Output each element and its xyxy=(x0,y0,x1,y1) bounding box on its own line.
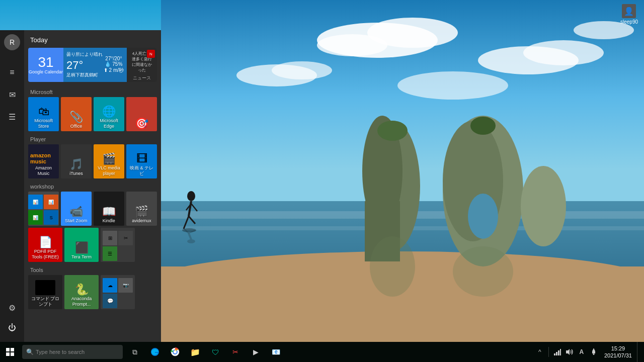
hamburger-symbol: ≡ xyxy=(10,68,14,77)
cmd-icon: ▶_ xyxy=(35,280,55,295)
tile-teraterm-label: Tera Term xyxy=(71,254,92,260)
multi2-3: ☰ xyxy=(103,246,117,261)
anaconda-icon: 🐍 xyxy=(75,284,89,295)
svg-point-7 xyxy=(272,61,332,79)
itunes-icon: 🎵 xyxy=(69,159,83,170)
security-icon: 🛡 xyxy=(212,348,219,356)
svg-point-22 xyxy=(377,121,408,141)
tile-edge[interactable]: 🌐 Microsoft Edge xyxy=(94,97,124,131)
chrome-taskbar[interactable] xyxy=(165,342,185,362)
tile-pdffill-label: PDFill PDF Tools (FREE) xyxy=(30,249,60,260)
calendar-tile[interactable]: 31 Google Calendar xyxy=(28,48,63,82)
taskview-icon: ⧉ xyxy=(132,348,137,356)
bell-svg-icon xyxy=(590,348,597,355)
explorer-taskbar[interactable]: 📁 xyxy=(185,342,205,362)
input-method-icon[interactable]: A xyxy=(576,342,587,362)
search-bar[interactable]: 🔍 Type here to search xyxy=(22,345,123,359)
svg-rect-47 xyxy=(558,350,559,355)
tile-kindle-label: Kindle xyxy=(103,218,115,224)
weather-condition: 曇り所により晴れ xyxy=(66,51,103,58)
edge-taskbar[interactable] xyxy=(145,342,165,362)
svg-point-3 xyxy=(317,34,387,56)
network-svg-icon xyxy=(554,348,561,355)
tile-microsoft-store[interactable]: 🛍 Microsoft Store xyxy=(28,97,59,131)
avidemux-icon: 🎬 xyxy=(135,206,148,217)
profile-button[interactable]: R xyxy=(4,34,20,50)
news-tile[interactable]: 4人死亡 友達多く急行に間違なかった ニュース N xyxy=(127,48,157,82)
taskbar-apps: ⧉ 📁 🛡 xyxy=(125,342,286,362)
svg-point-5 xyxy=(523,40,604,65)
svg-point-33 xyxy=(187,239,195,243)
svg-rect-50 xyxy=(593,348,594,349)
tile-itunes[interactable]: 🎵 iTunes xyxy=(61,144,92,178)
weather-high-low: 27°/20° xyxy=(104,56,124,61)
tile-teraterm[interactable]: ⬛ Tera Term xyxy=(64,228,99,262)
tile-tools-multi[interactable]: ⊞ ✂ ☰ xyxy=(101,228,135,262)
tile-zoom-label: Start Zoom xyxy=(65,218,88,224)
mini-tile-2: 📊 xyxy=(44,195,58,209)
mini-tile-3: 📊 xyxy=(28,210,43,225)
tile-vlc[interactable]: 🎬 VLC media player xyxy=(94,144,124,178)
svg-rect-39 xyxy=(6,352,10,356)
list-icon[interactable]: ☰ xyxy=(2,107,22,127)
app5-icon: ✂ xyxy=(232,348,238,356)
chevron-icon: ^ xyxy=(538,348,541,355)
tile-movies[interactable]: 🎞 映画 & テレビ xyxy=(126,144,157,178)
profile-initial: R xyxy=(10,38,15,46)
tile-amazon-music[interactable]: amazon music Amazon Music xyxy=(28,144,59,178)
tile-zoom[interactable]: 📹 Start Zoom xyxy=(61,192,92,226)
tile-workshop-multi[interactable]: 📊 📊 📊 S xyxy=(28,192,59,226)
amazon-icon: amazon music xyxy=(30,152,57,164)
chrome-logo-icon xyxy=(171,347,180,356)
power-icon[interactable]: ⏻ xyxy=(2,318,22,338)
security-taskbar[interactable]: 🛡 xyxy=(205,342,225,362)
app5-taskbar[interactable]: ✂ xyxy=(225,342,246,362)
email-icon[interactable]: ✉ xyxy=(2,84,22,105)
today-widget[interactable]: 31 Google Calendar 曇り所により晴れ 27° 足柄下郡真鶴町 … xyxy=(28,48,157,82)
taskbar: 🔍 Type here to search ⧉ xyxy=(0,342,644,362)
tile-tools-multi2[interactable]: ☁ 📷 💬 xyxy=(101,275,135,309)
settings-icon[interactable]: ⚙ xyxy=(2,298,22,318)
notifications-icon[interactable] xyxy=(588,342,599,362)
list-symbol: ☰ xyxy=(9,112,16,122)
network-icon[interactable] xyxy=(552,342,563,362)
tools-tiles-row: ▶_ コマンド プロンプト 🐍 Anaconda Prompt... ☁ 📷 💬 xyxy=(28,275,157,309)
taskview-button[interactable]: ⧉ xyxy=(125,342,145,362)
tile-cmdprompt[interactable]: ▶_ コマンド プロンプト xyxy=(28,275,62,309)
explorer-icon: 📁 xyxy=(190,347,200,357)
volume-icon[interactable] xyxy=(564,342,575,362)
tile-movies-label: 映画 & テレビ xyxy=(128,165,155,176)
tile-store-label: Microsoft Store xyxy=(30,118,57,129)
tile-office-label: Office xyxy=(70,124,82,129)
t3-3: 💬 xyxy=(103,294,117,308)
clock[interactable]: 15:29 2021/07/31 xyxy=(600,342,636,362)
tile-anaconda[interactable]: 🐍 Anaconda Prompt... xyxy=(64,275,99,309)
calendar-date: 31 xyxy=(38,55,53,69)
show-desktop-button[interactable] xyxy=(637,342,640,362)
mini-tile-1: 📊 xyxy=(28,195,43,209)
start-button[interactable] xyxy=(0,342,20,362)
start-menu: R ≡ ✉ ☰ ⚙ ⏻ Today 31 Google Calendar xyxy=(0,30,161,342)
weather-tile[interactable]: 曇り所により晴れ 27° 足柄下郡真鶴町 27°/20° 💧 75% ⬆ 2 m… xyxy=(63,48,127,82)
t3-2: 📷 xyxy=(118,278,133,293)
tile-pdffill[interactable]: 📄 PDFill PDF Tools (FREE) xyxy=(28,228,62,262)
svg-rect-48 xyxy=(560,349,561,355)
tile-kindle[interactable]: 📖 Kindle xyxy=(94,192,124,226)
search-icon: 🔍 xyxy=(26,348,34,355)
multi2-1: ⊞ xyxy=(103,231,117,245)
svg-marker-49 xyxy=(566,349,570,355)
username-label: sleep90 xyxy=(620,19,638,25)
hamburger-menu-icon[interactable]: ≡ xyxy=(2,62,22,82)
fourth-icon: 🎯 xyxy=(135,118,148,129)
app6-taskbar[interactable]: ▶ xyxy=(246,342,266,362)
t3-1: ☁ xyxy=(103,278,117,293)
movies-icon: 🎞 xyxy=(136,153,147,164)
tile-fourth[interactable]: 🎯 xyxy=(126,97,157,131)
svg-point-44 xyxy=(174,350,177,353)
mini-tile-4: S xyxy=(44,210,58,225)
search-placeholder: Type here to search xyxy=(36,349,85,355)
tile-office[interactable]: 📎 Office xyxy=(61,97,92,131)
app7-taskbar[interactable]: 📧 xyxy=(266,342,286,362)
tile-avidemux[interactable]: 🎬 avidemux xyxy=(126,192,157,226)
show-hidden-button[interactable]: ^ xyxy=(534,342,545,362)
